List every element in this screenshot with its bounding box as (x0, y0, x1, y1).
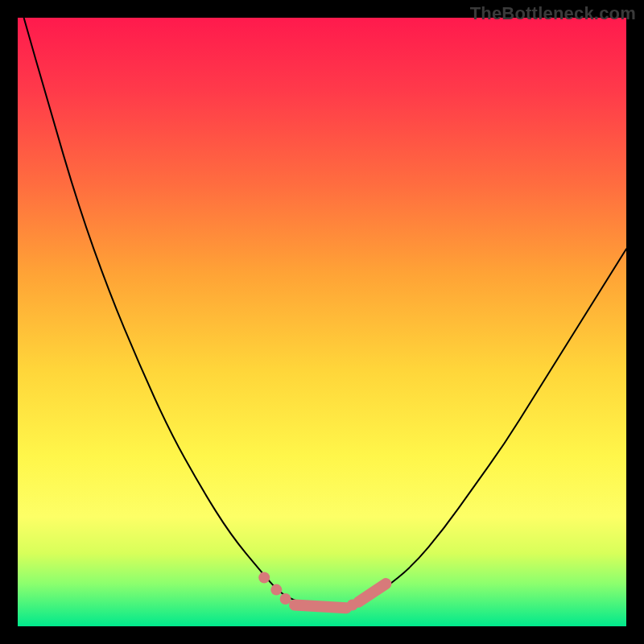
curve-path (24, 18, 626, 608)
marker-layer (258, 572, 386, 611)
data-marker-dot (258, 572, 270, 584)
data-marker-dot (270, 584, 282, 596)
data-marker-segment (358, 584, 386, 602)
bottleneck-chart (18, 18, 626, 626)
data-marker-dot (280, 593, 291, 605)
data-marker-segment (295, 605, 346, 609)
